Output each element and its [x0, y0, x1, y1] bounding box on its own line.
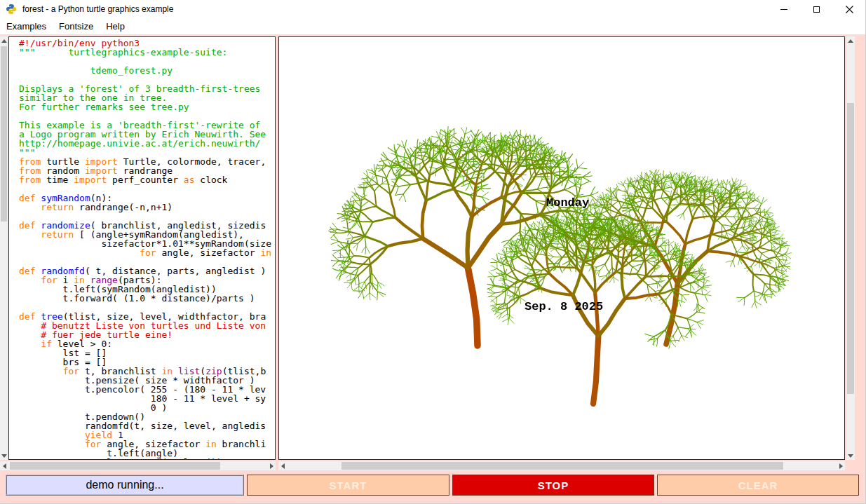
close-icon: [846, 6, 853, 13]
menu-help[interactable]: Help: [100, 20, 131, 33]
scroll-up-icon: [1, 36, 7, 43]
code-hscroll-thumb[interactable]: [10, 462, 220, 470]
canvas-text-label: Sep. 8 2025: [525, 300, 603, 313]
canvas-vscroll-thumb[interactable]: [847, 103, 854, 394]
scroll-down-icon: [1, 454, 7, 461]
close-button[interactable]: [833, 0, 866, 18]
turtle-canvas[interactable]: MondaySep. 8 2025: [278, 36, 845, 460]
code-vertical-scrollbar[interactable]: [0, 36, 8, 460]
code-line: for angle, sizefactor in: [19, 248, 275, 257]
menu-fontsize[interactable]: Fontsize: [53, 20, 100, 33]
title-bar: forest - a Python turtle graphics exampl…: [0, 0, 866, 18]
status-label: demo running...: [6, 475, 244, 496]
canvas-vertical-scrollbar[interactable]: [846, 36, 855, 460]
code-vscroll-thumb[interactable]: [1, 46, 7, 222]
start-button[interactable]: START: [247, 475, 449, 496]
scroll-left-button[interactable]: [0, 461, 8, 470]
code-line: http://homepage.univie.ac.at/erich.neuwi…: [19, 139, 275, 148]
code-line: For further remarks see tree.py: [19, 102, 275, 111]
canvas-hscroll-thumb[interactable]: [341, 462, 783, 470]
scroll-up-button[interactable]: [846, 36, 855, 45]
window-controls: [767, 0, 866, 18]
scroll-up-button[interactable]: [0, 36, 8, 45]
maximize-button[interactable]: [800, 0, 833, 18]
scroll-right-icon: [839, 463, 846, 469]
code-line: t.forward( (1.0 * distance)/parts ): [19, 294, 275, 303]
canvas-text-label: Monday: [546, 196, 589, 210]
menu-examples[interactable]: Examples: [0, 20, 53, 33]
scroll-up-icon: [848, 36, 853, 43]
code-horizontal-scrollbar[interactable]: [0, 461, 276, 470]
minimize-button[interactable]: [767, 0, 800, 18]
scroll-down-icon: [848, 454, 853, 461]
code-line: from time import perf_counter as clock: [19, 175, 275, 184]
code-line: tdemo_forest.py: [19, 66, 275, 75]
scroll-left-icon: [278, 463, 285, 469]
code-line: """ turtlegraphics-example-suite:: [19, 48, 275, 57]
scroll-left-button[interactable]: [278, 461, 287, 470]
scroll-down-button[interactable]: [846, 451, 855, 460]
scroll-right-icon: [270, 463, 276, 469]
scroll-left-icon: [0, 463, 6, 469]
app-window: forest - a Python turtle graphics exampl…: [0, 0, 866, 504]
code-viewer[interactable]: #!/usr/bin/env python3""" turtlegraphics…: [8, 36, 276, 460]
maximize-icon: [813, 6, 820, 13]
scroll-right-button[interactable]: [267, 461, 276, 470]
scroll-right-button[interactable]: [837, 461, 845, 470]
code-line: lst.append(t.clone()): [19, 458, 275, 459]
canvas-horizontal-scrollbar[interactable]: [278, 461, 845, 470]
scroll-down-button[interactable]: [0, 451, 8, 460]
forest-drawing: [279, 37, 844, 459]
minimize-icon: [780, 9, 787, 10]
code-text: #!/usr/bin/env python3""" turtlegraphics…: [19, 39, 275, 459]
menu-bar: Examples Fontsize Help: [0, 18, 866, 34]
stop-button[interactable]: STOP: [452, 475, 654, 496]
python-logo-icon: [6, 4, 17, 15]
code-line: return randrange(-n,n+1): [19, 203, 275, 212]
clear-button[interactable]: CLEAR: [657, 475, 859, 496]
window-title: forest - a Python turtle graphics exampl…: [22, 4, 173, 14]
